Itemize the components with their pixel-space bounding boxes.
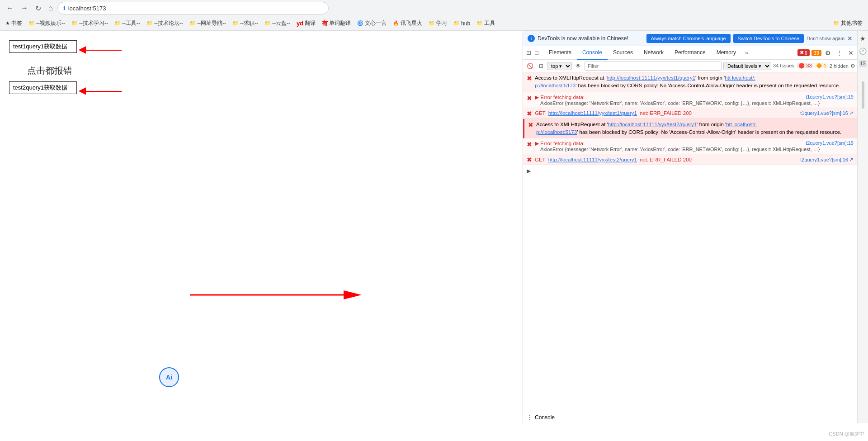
arrow-left2-icon: ◀———— [79,85,122,96]
error-fetching-text-1: ▶ Error fetching data: [535,94,585,100]
switch-devtools-button[interactable]: Switch DevTools to Chinese [733,34,804,43]
tab-network[interactable]: Network [638,46,669,60]
sidebar-star-icon[interactable]: ★ [860,35,866,42]
bookmark-translate-yd[interactable]: yd 翻译 [295,19,317,28]
bookmark-label: --工具-- [122,19,140,27]
bookmark-word-translate[interactable]: 有 单词翻译 [320,19,353,28]
get-status-1: net::ERR_FAILED 200 [640,110,692,116]
address-text: localhost:5173 [68,5,106,12]
tab-performance[interactable]: Performance [669,46,711,60]
notif-text: DevTools is now available in Chinese! [538,35,644,42]
link-icon-1: ↗ [849,110,854,116]
always-match-button[interactable]: Always match Chrome's language [646,34,731,43]
xunfei-icon: 🔥 [393,20,399,26]
error-detail-1-header: ▶ Error fetching data: t1query1.vue?[sm]… [535,94,854,100]
bookmark-bookmarks[interactable]: ★ 书签 [4,19,24,28]
bookmark-job[interactable]: 📁 --求职-- [231,19,260,28]
bookmark-study[interactable]: 📁 学习 [427,19,449,28]
console-cursor-line: ▶ [523,165,857,177]
error-source-1[interactable]: t1query1.vue?[sm]:19 [806,94,854,100]
bookmark-forum[interactable]: 📁 --技术论坛-- [145,19,185,28]
warning-count: 33 [814,50,819,56]
reload-button[interactable]: ↻ [33,2,44,14]
get-source-2: t2query1.vue?[sm]:16 ↗ [800,156,854,163]
info-icon: i [528,35,535,42]
home-button[interactable]: ⌂ [46,2,56,14]
bookmark-tools[interactable]: 📁 --工具-- [113,19,142,28]
console-error-entry-1: ✖ Access to XMLHttpRequest at 'http://lo… [523,72,857,92]
tab-elements[interactable]: Elements [543,46,577,60]
get-status-2: net::ERR_FAILED 200 [640,157,692,162]
console-output[interactable]: ✖ Access to XMLHttpRequest at 'http://lo… [523,72,857,411]
device-mode-button[interactable]: □ [533,48,540,57]
bookmarks-bar: ★ 书签 📁 --视频娱乐-- 📁 --技术学习-- 📁 --工具-- 📁 --… [0,16,868,31]
tab-sources[interactable]: Sources [608,46,638,60]
bookmark-label: --云盘-- [272,19,290,27]
folder-icon: 📁 [232,20,239,26]
error-badge: ✖ 6 [797,49,810,56]
sidebar-clock-icon[interactable]: 🕐 [859,47,867,55]
forward-button[interactable]: → [18,2,31,14]
bookmark-cloud[interactable]: 📁 --云盘-- [263,19,292,28]
console-toolbar: 🚫 ⊡ top ▾ 👁 Default levels ▾ 34 Issues: … [523,60,857,72]
error-link-2[interactable]: http://localhost:11111/yyx/test2/query1 [608,122,697,127]
arrow-left-icon: ◀———— [79,44,122,55]
page-content: test1query1获取数据 ◀———— 点击都报错 test2query1获… [0,31,523,423]
hidden-count: 2 hidden [830,63,849,69]
get-method-1: GET [535,110,546,116]
bookmark-hub[interactable]: 📁 hub [452,19,472,28]
bookmark-other[interactable]: 📁 其他书签 [831,19,864,28]
error-icon: ✖ [527,75,532,90]
tab-memory[interactable]: Memory [711,46,741,60]
filter-toggle-button[interactable]: ⊡ [537,62,545,70]
get-url-2[interactable]: http://localhost:11111/yyx/test2/query1 [548,157,637,162]
eye-button[interactable]: 👁 [574,62,583,70]
error-link-1[interactable]: http://localhost:11111/yyx/test1/query1 [607,75,695,81]
scrollbar-thumb[interactable] [862,81,864,109]
ai-label: Ai [166,374,172,381]
error-icon: ✖ [527,110,532,117]
tab-more[interactable]: » [741,50,752,56]
console-settings-icon[interactable]: ⚙ [850,63,855,69]
folder-icon: 📁 [189,20,196,26]
bookmark-tool2[interactable]: 📁 工具 [475,19,497,28]
close-devtools-button[interactable]: ✕ [846,48,855,57]
issues-error-count: 🔴 33 [797,63,813,68]
bookmark-label: --技术学习-- [79,19,108,27]
error-detail-1-content: ▶ Error fetching data: t1query1.vue?[sm]… [535,94,854,106]
clear-console-button[interactable]: 🚫 [525,62,535,70]
dont-show-again[interactable]: Don't show again [807,36,844,41]
test1-query-button[interactable]: test1query1获取数据 [9,40,77,53]
context-select[interactable]: top ▾ [547,62,572,70]
star-icon: ★ [5,20,10,26]
settings-button[interactable]: ⚙ [823,48,833,57]
error-text-1: Access to XMLHttpRequest at 'http://loca… [535,74,854,90]
link-icon-2: ↗ [849,156,854,163]
filter-input[interactable] [585,62,722,71]
bookmark-label: 工具 [484,19,495,27]
console-error-detail-1: ✖ ▶ Error fetching data: t1query1.vue?[s… [523,92,857,108]
source-link-1[interactable]: t1query1.vue?[sm]:16 [800,110,848,116]
address-bar[interactable]: ℹ localhost:5173 [57,2,329,14]
ai-button[interactable]: Ai [159,367,179,387]
inspect-element-button[interactable]: ⊡ [525,48,533,57]
notif-close-button[interactable]: ✕ [847,35,853,42]
folder-icon: 📁 [264,20,271,26]
bookmark-wenxin[interactable]: 🌀 文心一言 [355,19,388,28]
tab-console[interactable]: Console [577,46,608,60]
test2-query-button[interactable]: test2query1获取数据 [9,81,77,94]
default-levels-select[interactable]: Default levels ▾ [723,62,771,70]
folder-icon: 📁 [833,20,840,26]
bookmark-video[interactable]: 📁 --视频娱乐-- [27,19,67,28]
more-options-button[interactable]: ⋮ [835,48,844,57]
back-button[interactable]: ← [4,2,16,14]
error-source-2[interactable]: t2query1.vue?[sm]:19 [806,140,854,147]
source-link-2[interactable]: t2query1.vue?[sm]:16 [800,157,848,162]
console-get-entry-1: ✖ GET http://localhost:11111/yyx/test1/q… [523,108,857,119]
bookmark-nav[interactable]: 📁 --网址导航-- [188,19,228,28]
bookmark-tech[interactable]: 📁 --技术学习-- [70,19,110,28]
get-url-1[interactable]: http://localhost:11111/yyx/test1/query1 [548,110,637,116]
bookmark-xunfei[interactable]: 🔥 讯飞星火 [391,19,424,28]
axios-error-1: AxiosError {message: 'Network Error', na… [535,100,854,106]
big-arrow-right [190,286,362,306]
